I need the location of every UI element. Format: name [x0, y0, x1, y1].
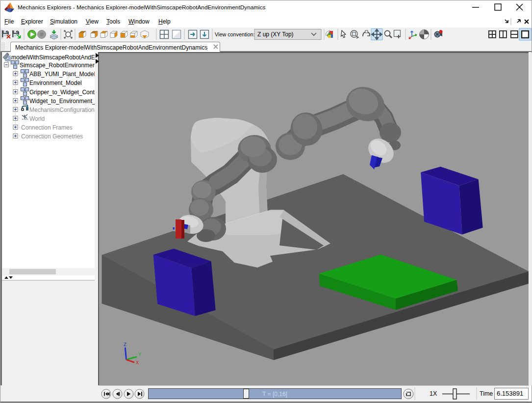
svg-text:View convention:: View convention:	[215, 31, 254, 37]
svg-text:X: X	[136, 360, 139, 366]
svg-text:Z up (XY Top): Z up (XY Top)	[257, 31, 294, 38]
svg-text:Z: Z	[124, 342, 127, 348]
svg-text:Y: Y	[138, 352, 141, 357]
